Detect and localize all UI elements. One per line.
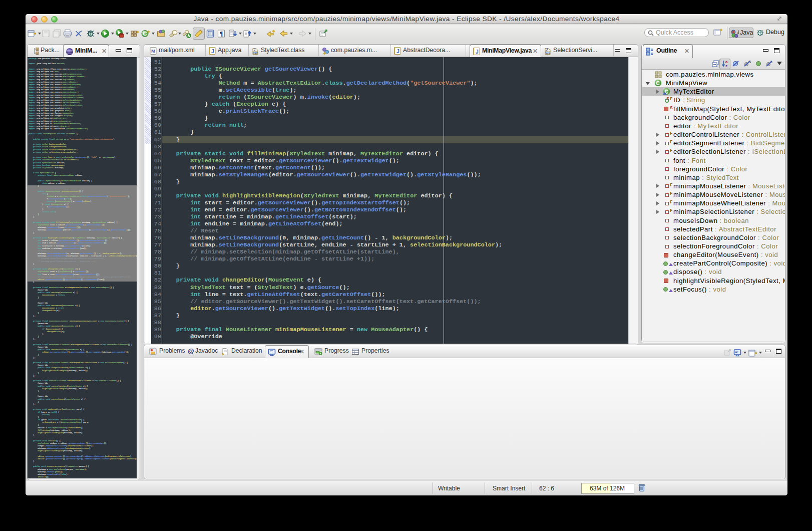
- svg-text:M: M: [151, 48, 155, 54]
- svg-text:J: J: [254, 48, 256, 51]
- svg-text:J: J: [211, 48, 214, 54]
- svg-text:010: 010: [253, 51, 257, 54]
- svg-text:¶: ¶: [220, 31, 223, 37]
- svg-text:J: J: [737, 29, 739, 35]
- svg-text:J: J: [476, 49, 479, 55]
- svg-text:010: 010: [545, 51, 550, 54]
- svg-text:z: z: [725, 64, 727, 68]
- svg-text:C: C: [656, 81, 660, 86]
- svg-text:C: C: [143, 31, 147, 37]
- svg-text:J: J: [546, 48, 548, 51]
- svg-text:J: J: [396, 48, 399, 54]
